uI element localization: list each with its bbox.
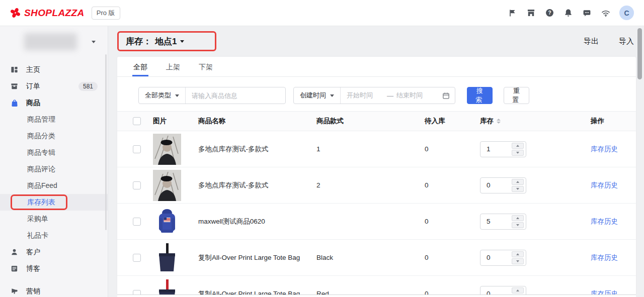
row-checkbox[interactable] [133,254,141,262]
sidebar-item-product-categories[interactable]: 商品分类 [0,128,108,144]
sidebar-item-product-management[interactable]: 商品管理 [0,111,108,128]
sidebar-item-label: 商品 [26,98,40,108]
product-name: 多地点库存测试-多款式 [198,181,316,190]
stepper-down-button[interactable] [512,186,524,192]
col-variant: 商品款式 [316,117,425,126]
product-name: 复制All-Over Print Large Tote Bag [198,289,316,295]
stock-stepper[interactable]: 5 [480,214,526,230]
product-name: 多地点库存测试-多款式 [198,145,316,154]
sidebar-item-gift-cards[interactable]: 礼品卡 [0,227,108,244]
stepper-up-button[interactable] [512,179,524,185]
sidebar-scrollbar[interactable] [105,54,107,230]
row-checkbox[interactable] [133,290,141,295]
chat-icon[interactable] [578,4,596,22]
stock-stepper[interactable]: 1 [480,141,526,157]
sidebar-item-orders[interactable]: 订单 581 [0,78,108,94]
sidebar-item-customers[interactable]: 客户 [0,244,108,260]
location-selector[interactable]: 库存： 地点1 [126,36,184,47]
export-button[interactable]: 导出 [584,37,599,46]
stepper-up-button[interactable] [512,251,524,257]
sidebar-item-product-reviews[interactable]: 商品评论 [0,161,108,177]
stepper-up-button[interactable] [512,215,524,221]
blog-icon [10,264,19,273]
help-icon[interactable]: ? [540,4,559,22]
bell-icon[interactable] [559,4,578,22]
calendar-icon[interactable] [442,92,450,100]
horizontal-scrollbar[interactable] [117,294,636,297]
pro-version-badge: Pro 版 [92,7,120,20]
store-selector[interactable] [0,26,108,57]
sidebar-item-product-feed[interactable]: 商品Feed [0,177,108,194]
type-dropdown[interactable]: 全部类型 [139,87,185,104]
product-image [153,134,181,165]
sidebar-item-inventory-list[interactable]: 库存列表 [0,194,108,211]
row-checkbox[interactable] [133,181,141,189]
pending-qty: 0 [425,290,480,294]
col-name: 商品名称 [198,117,316,126]
date-type-dropdown[interactable]: 创建时间 [294,87,340,104]
shoplazza-logo[interactable]: SHOPLAZZA [10,8,85,19]
tab-all[interactable]: 全部 [133,57,147,76]
main-content: 库存： 地点1 导出 导入 全部 上架 下架 全部类型 [108,26,644,297]
svg-text:?: ? [548,10,551,16]
sidebar-item-products[interactable]: 商品 [0,94,108,111]
table-row: 复制All-Over Print Large Tote Bag Red 0 0 … [117,276,636,294]
col-pending: 待入库 [425,117,480,126]
sidebar-item-label: 采购单 [27,215,48,224]
start-date-input[interactable]: 开始时间 [347,91,384,100]
user-avatar[interactable]: C [619,6,634,20]
inventory-history-link[interactable]: 库存历史 [591,181,636,190]
chevron-down-icon [92,41,96,43]
sidebar-item-blog[interactable]: 博客 [0,260,108,277]
sidebar-item-purchase-orders[interactable]: 采购单 [0,211,108,227]
row-checkbox[interactable] [133,145,141,153]
product-search-input[interactable] [186,87,285,104]
stock-stepper[interactable]: 0 [480,286,526,295]
flag-icon[interactable] [503,4,522,22]
import-button[interactable]: 导入 [619,37,634,46]
stock-value[interactable]: 1 [480,145,491,153]
search-button[interactable]: 搜索 [467,87,493,104]
topbar-icons: ? [503,4,634,22]
wifi-icon[interactable] [596,4,615,22]
vertical-scrollbar-thumb[interactable] [637,28,642,79]
inventory-card: 全部 上架 下架 全部类型 创建时间 [117,57,636,294]
sidebar: 主页 订单 581 商品 [0,26,108,297]
stepper-up-button[interactable] [512,143,524,149]
stock-stepper[interactable]: 0 [480,177,526,193]
stock-value[interactable]: 0 [480,181,491,189]
stock-value[interactable]: 0 [480,290,491,294]
table-row: 复制All-Over Print Large Tote Bag Black 0 … [117,240,636,276]
inventory-history-link[interactable]: 库存历史 [591,217,636,226]
stock-value[interactable]: 0 [480,254,491,261]
stepper-down-button[interactable] [512,258,524,264]
tab-published[interactable]: 上架 [166,57,180,76]
select-all-checkbox[interactable] [133,117,141,125]
sidebar-item-marketing[interactable]: 营销 [0,283,108,297]
sidebar-item-label: 商品Feed [27,181,57,190]
product-name: 复制All-Over Print Large Tote Bag [198,253,316,262]
reset-button[interactable]: 重置 [504,87,529,104]
stepper-down-button[interactable] [512,150,524,156]
stock-value[interactable]: 5 [480,218,491,225]
stepper-down-button[interactable] [512,222,524,228]
sidebar-item-home[interactable]: 主页 [0,61,108,78]
inventory-history-link[interactable]: 库存历史 [591,289,636,295]
inventory-history-link[interactable]: 库存历史 [591,145,636,154]
stock-stepper[interactable]: 0 [480,250,526,266]
row-checkbox[interactable] [133,218,141,226]
tab-unpublished[interactable]: 下架 [199,57,213,76]
status-tabs: 全部 上架 下架 [117,57,636,77]
person-icon [10,248,19,256]
logo-text: SHOPLAZZA [24,8,85,19]
store-icon[interactable] [522,4,540,22]
end-date-input[interactable]: 结束时间 [396,91,423,100]
orders-icon [10,82,19,90]
product-image [153,278,181,295]
inventory-history-link[interactable]: 库存历史 [591,253,636,262]
sort-icon[interactable] [497,119,501,124]
stepper-up-button[interactable] [512,287,524,293]
sidebar-item-product-collections[interactable]: 商品专辑 [0,144,108,161]
orders-count-badge: 581 [78,82,98,91]
table-row: 多地点库存测试-多款式 2 0 0 库存历史 [117,167,636,204]
